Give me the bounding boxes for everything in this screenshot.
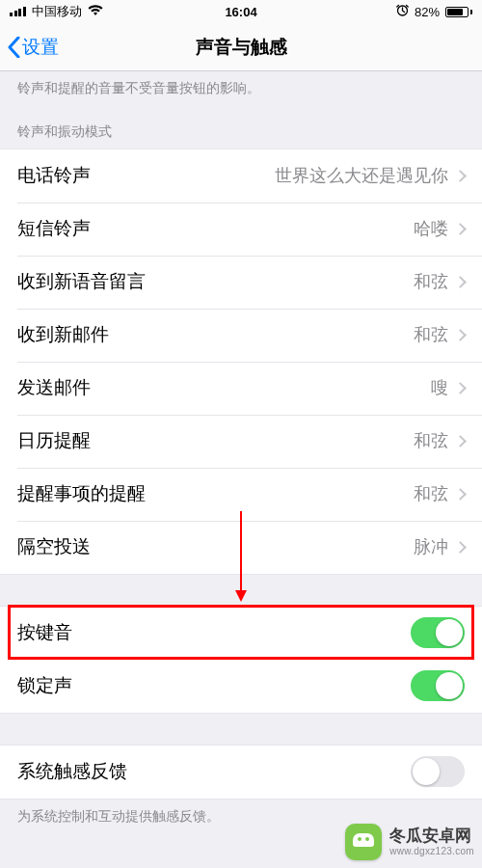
row-value: 和弦 xyxy=(414,482,448,505)
carrier-label: 中国移动 xyxy=(32,3,82,20)
back-label: 设置 xyxy=(22,35,59,60)
watermark: 冬瓜安卓网 www.dgxz123.com xyxy=(345,824,474,860)
row-label: 收到新语音留言 xyxy=(17,269,146,294)
row-value: 和弦 xyxy=(414,429,448,452)
ringtone-row[interactable]: 短信铃声哈喽 xyxy=(0,203,482,256)
chevron-right-icon xyxy=(454,276,467,288)
row-label: 发送邮件 xyxy=(17,375,91,400)
ringtone-row[interactable]: 电话铃声世界这么大还是遇见你 xyxy=(0,149,482,203)
signal-icon xyxy=(10,7,26,16)
row-value: 世界这么大还是遇见你 xyxy=(275,164,448,187)
watermark-title: 冬瓜安卓网 xyxy=(389,827,474,846)
row-label: 隔空投送 xyxy=(17,534,91,559)
ringer-volume-note: 铃声和提醒的音量不受音量按钮的影响。 xyxy=(0,71,482,108)
chevron-right-icon xyxy=(454,488,467,501)
row-label: 按键音 xyxy=(17,620,72,645)
chevron-right-icon xyxy=(454,435,467,448)
row-label: 系统触感反馈 xyxy=(17,759,127,784)
keyboard-sounds-group: 按键音锁定声 xyxy=(0,606,482,714)
toggle-switch[interactable] xyxy=(411,756,465,787)
annotation-arrow xyxy=(240,511,242,600)
ringtone-row[interactable]: 收到新邮件和弦 xyxy=(0,309,482,362)
toggle-switch[interactable] xyxy=(411,670,465,701)
toggle-switch[interactable] xyxy=(411,617,465,648)
chevron-right-icon xyxy=(454,170,467,182)
row-value: 脉冲 xyxy=(414,535,448,558)
back-button[interactable]: 设置 xyxy=(8,35,59,60)
status-bar: 中国移动 16:04 82% xyxy=(0,0,482,23)
chevron-right-icon xyxy=(454,329,467,341)
row-value: 和弦 xyxy=(414,323,448,346)
toggle-row: 锁定声 xyxy=(0,660,482,713)
clock: 16:04 xyxy=(225,5,256,19)
ringtone-row[interactable]: 发送邮件嗖 xyxy=(0,362,482,415)
row-value: 嗖 xyxy=(431,376,448,399)
toggle-row: 按键音 xyxy=(0,607,482,660)
row-label: 电话铃声 xyxy=(17,163,91,188)
ringtone-row[interactable]: 收到新语音留言和弦 xyxy=(0,256,482,309)
chevron-right-icon xyxy=(454,541,467,554)
wifi-icon xyxy=(88,5,103,19)
row-label: 日历提醒 xyxy=(17,428,91,453)
chevron-right-icon xyxy=(454,223,467,235)
battery-pct: 82% xyxy=(415,5,440,19)
row-value: 和弦 xyxy=(414,270,448,293)
row-label: 锁定声 xyxy=(17,673,72,698)
chevron-left-icon xyxy=(8,37,20,58)
haptic-group: 系统触感反馈 xyxy=(0,745,482,800)
row-label: 短信铃声 xyxy=(17,216,91,241)
row-label: 提醒事项的提醒 xyxy=(17,481,146,506)
row-value: 哈喽 xyxy=(414,217,448,240)
watermark-icon xyxy=(345,824,382,860)
toggle-row: 系统触感反馈 xyxy=(0,746,482,799)
chevron-right-icon xyxy=(454,382,467,394)
nav-bar: 设置 声音与触感 xyxy=(0,23,482,71)
watermark-sub: www.dgxz123.com xyxy=(389,846,474,856)
row-label: 收到新邮件 xyxy=(17,322,109,347)
alarm-icon xyxy=(396,4,409,19)
battery-icon xyxy=(445,7,472,17)
ringtone-row[interactable]: 日历提醒和弦 xyxy=(0,415,482,468)
section-header-ringtones: 铃声和振动模式 xyxy=(0,108,482,149)
page-title: 声音与触感 xyxy=(196,35,287,60)
